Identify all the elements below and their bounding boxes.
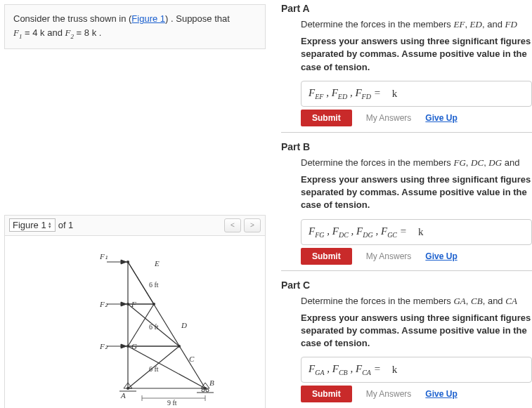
svg-text:F₂: F₂ xyxy=(99,300,108,308)
part-c-unit: k xyxy=(392,364,398,376)
var-f1: F xyxy=(13,27,19,38)
figure-selector[interactable]: Figure 1 ▲▼ xyxy=(9,218,56,232)
figure-prev-button[interactable]: < xyxy=(224,218,241,232)
part-b-instr: Express your answers using three signifi… xyxy=(301,173,532,212)
svg-text:F₁: F₁ xyxy=(99,252,108,261)
part-c-give-up-link[interactable]: Give Up xyxy=(425,389,457,399)
val2: = 8 k . xyxy=(74,27,101,38)
part-a-unit: k xyxy=(392,88,398,100)
part-b-lhs: FFG , FDC , FDG , FGC = xyxy=(309,225,407,239)
part-a-my-answers-link[interactable]: My Answers xyxy=(366,113,412,123)
problem-text-post: ) . Suppose that xyxy=(165,13,230,24)
figure-next-button[interactable]: > xyxy=(244,218,261,232)
svg-text:E: E xyxy=(154,259,160,268)
svg-line-11 xyxy=(128,346,205,388)
chevron-right-icon: > xyxy=(250,221,254,229)
figure-image: F₁ F₂ F₂ E F D G C A B 6 ft 6 ft 6 ft 9 … xyxy=(5,236,265,408)
part-a-give-up-link[interactable]: Give Up xyxy=(425,113,457,123)
part-a-instr: Express your answers using three signifi… xyxy=(301,35,532,74)
part-c-title: Part C xyxy=(281,277,532,295)
chevron-left-icon: < xyxy=(231,221,235,229)
svg-text:G: G xyxy=(131,342,137,350)
svg-text:6 ft: 6 ft xyxy=(149,323,159,331)
part-a-desc: Determine the forces in the members EF, … xyxy=(301,18,532,31)
stepper-icon: ▲▼ xyxy=(48,222,52,229)
svg-marker-22 xyxy=(121,302,126,306)
figure-count: of 1 xyxy=(58,220,74,230)
separator xyxy=(281,132,532,133)
separator xyxy=(281,270,532,271)
part-a-submit-button[interactable]: Submit xyxy=(301,110,352,126)
problem-text-pre: Consider the truss shown in ( xyxy=(13,13,131,24)
svg-marker-24 xyxy=(121,344,126,348)
part-c-my-answers-link[interactable]: My Answers xyxy=(366,389,412,399)
part-c-submit-button[interactable]: Submit xyxy=(301,386,352,402)
part-b: Part B Determine the forces in the membe… xyxy=(281,138,532,265)
figure-link[interactable]: Figure 1 xyxy=(131,13,165,24)
part-b-unit: k xyxy=(418,226,424,238)
part-c-lhs: FGA , FCB , FCA = xyxy=(309,363,381,376)
svg-point-26 xyxy=(202,389,205,392)
svg-text:6 ft: 6 ft xyxy=(149,365,159,373)
figure-panel: Figure 1 ▲▼ of 1 < > xyxy=(4,215,266,408)
svg-text:C: C xyxy=(189,355,195,363)
svg-text:9 ft: 9 ft xyxy=(167,399,177,407)
part-b-desc: Determine the forces in the members FG, … xyxy=(301,157,532,169)
svg-text:B: B xyxy=(209,379,214,387)
part-b-submit-button[interactable]: Submit xyxy=(301,248,352,265)
part-c: Part C Determine the forces in the membe… xyxy=(281,277,532,403)
svg-text:A: A xyxy=(120,391,126,400)
val1: = 4 k and xyxy=(22,27,65,38)
svg-point-14 xyxy=(153,303,155,305)
part-b-answer-box[interactable]: FFG , FDC , FDG , FGC = k xyxy=(301,219,532,245)
svg-marker-20 xyxy=(121,260,126,264)
figure-selector-label: Figure 1 xyxy=(13,220,46,230)
problem-statement: Consider the truss shown in (Figure 1) .… xyxy=(4,4,266,49)
svg-text:D: D xyxy=(181,321,187,329)
svg-point-16 xyxy=(178,345,181,348)
part-a: Part A Determine the forces in the membe… xyxy=(281,0,532,126)
part-c-desc: Determine the forces in the members GA, … xyxy=(301,295,532,308)
part-b-title: Part B xyxy=(281,138,532,157)
svg-point-27 xyxy=(206,389,209,392)
svg-text:F₂: F₂ xyxy=(99,342,108,350)
part-c-answer-box[interactable]: FGA , FCB , FCA = k xyxy=(301,357,532,383)
part-a-lhs: FEF , FED , FFD = xyxy=(309,87,381,100)
svg-text:6 ft: 6 ft xyxy=(149,281,159,289)
svg-text:F: F xyxy=(131,300,136,308)
part-b-my-answers-link[interactable]: My Answers xyxy=(366,251,412,261)
part-c-instr: Express your answers using three signifi… xyxy=(301,312,532,350)
part-a-answer-box[interactable]: FEF , FED , FFD = k xyxy=(301,81,532,107)
part-b-give-up-link[interactable]: Give Up xyxy=(425,251,457,261)
part-a-title: Part A xyxy=(281,0,532,18)
